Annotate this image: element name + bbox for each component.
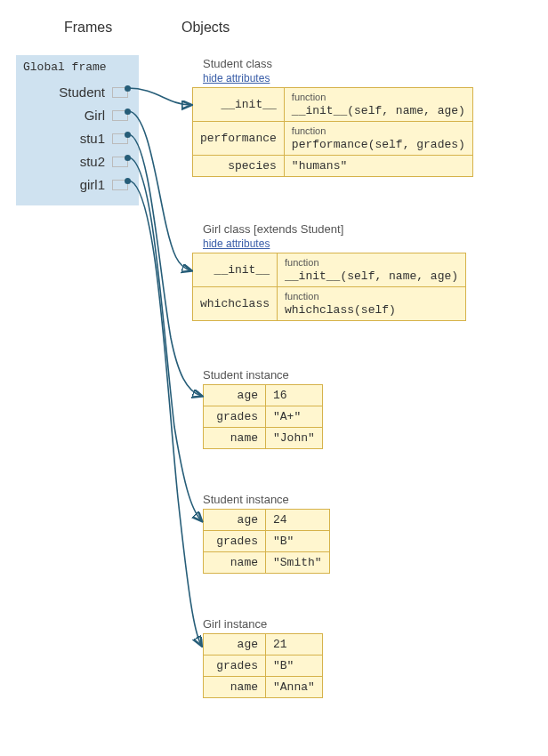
frames-header: Frames — [64, 20, 112, 36]
frame-var-label: Student — [59, 84, 105, 100]
student-instance-title: Student instance — [203, 368, 289, 382]
attr-key: __init__ — [193, 88, 285, 122]
frame-var-student: Student — [23, 81, 132, 104]
attr-key: grades — [204, 531, 266, 552]
girl-class-title: Girl class [extends Student] — [203, 222, 343, 236]
table-row: age21 — [204, 634, 323, 655]
attr-key: grades — [204, 655, 266, 677]
frame-var-label: stu1 — [80, 131, 105, 146]
pointer-dot — [125, 155, 131, 161]
pointer-dot — [125, 132, 131, 138]
attr-val: function__init__(self, name, age) — [284, 88, 472, 122]
table-row: name"Smith" — [204, 552, 330, 574]
table-row: grades"B" — [204, 655, 323, 677]
function-sig: performance(self, grades) — [292, 138, 465, 151]
table-row: grades"A+" — [204, 406, 323, 428]
function-label: function — [285, 291, 458, 302]
attr-val: "A+" — [266, 406, 323, 428]
pointer-dot — [125, 109, 131, 115]
attr-val: 21 — [266, 634, 323, 655]
attr-val: "Smith" — [266, 552, 330, 574]
attr-key: age — [204, 510, 266, 531]
pointer-dot — [125, 85, 131, 92]
table-row: species "humans" — [193, 156, 473, 177]
attr-key: whichclass — [193, 287, 278, 321]
global-frame: Global frame Student Girl stu1 stu2 girl… — [16, 55, 139, 205]
global-frame-title: Global frame — [23, 60, 132, 74]
function-sig: whichclass(self) — [285, 303, 396, 317]
attr-val: 24 — [266, 510, 330, 531]
attr-key: name — [204, 677, 266, 698]
attr-val: "B" — [266, 655, 323, 677]
objects-header: Objects — [181, 20, 230, 36]
table-row: __init__ function__init__(self, name, ag… — [193, 88, 473, 122]
frame-var-girl: Girl — [23, 104, 132, 127]
function-label: function — [292, 125, 465, 136]
attr-val: functionwhichclass(self) — [278, 287, 466, 321]
student-class-title: Student class — [203, 57, 272, 70]
attr-key: grades — [204, 406, 266, 428]
table-row: grades"B" — [204, 531, 330, 552]
attr-val: functionperformance(self, grades) — [284, 122, 472, 156]
function-label: function — [292, 92, 465, 102]
girl-instance-title: Girl instance — [203, 617, 267, 631]
table-row: age16 — [204, 385, 323, 406]
attr-val: "John" — [266, 428, 323, 449]
student-instance-table: age16 grades"A+" name"John" — [203, 384, 323, 449]
arrow — [128, 134, 201, 396]
function-sig: __init__(self, name, age) — [292, 104, 465, 117]
arrow — [128, 157, 201, 520]
table-row: name"Anna" — [204, 677, 323, 698]
girl-instance-table: age21 grades"B" name"Anna" — [203, 633, 323, 698]
attr-key: performance — [193, 122, 285, 156]
table-row: whichclass functionwhichclass(self) — [193, 287, 466, 321]
attr-val: "humans" — [284, 156, 472, 177]
frame-var-stu1: stu1 — [23, 127, 132, 150]
attr-val: "Anna" — [266, 677, 323, 698]
student-instance-title: Student instance — [203, 493, 289, 506]
pointer-dot — [125, 178, 131, 184]
function-sig: __init__(self, name, age) — [285, 269, 458, 283]
frame-var-label: girl1 — [80, 177, 105, 192]
attr-key: age — [204, 634, 266, 655]
student-instance-table: age24 grades"B" name"Smith" — [203, 509, 330, 574]
attr-val: 16 — [266, 385, 323, 406]
frame-var-label: stu2 — [80, 154, 105, 169]
attr-key: age — [204, 385, 266, 406]
frame-var-stu2: stu2 — [23, 150, 132, 173]
hide-attributes-link[interactable]: hide attributes — [203, 72, 270, 84]
arrow — [128, 181, 201, 645]
frame-var-girl1: girl1 — [23, 173, 132, 197]
attr-val: function__init__(self, name, age) — [278, 253, 466, 287]
table-row: age24 — [204, 510, 330, 531]
attr-key: name — [204, 552, 266, 574]
attr-key: name — [204, 428, 266, 449]
hide-attributes-link[interactable]: hide attributes — [203, 237, 270, 250]
attr-key: species — [193, 156, 285, 177]
student-class-table: __init__ function__init__(self, name, ag… — [192, 87, 473, 177]
frame-var-label: Girl — [85, 108, 105, 123]
girl-class-table: __init__ function__init__(self, name, ag… — [192, 253, 466, 321]
attr-key: __init__ — [193, 253, 278, 287]
table-row: performance functionperformance(self, gr… — [193, 122, 473, 156]
function-label: function — [285, 257, 458, 268]
table-row: name"John" — [204, 428, 323, 449]
table-row: __init__ function__init__(self, name, ag… — [193, 253, 466, 287]
attr-val: "B" — [266, 531, 330, 552]
